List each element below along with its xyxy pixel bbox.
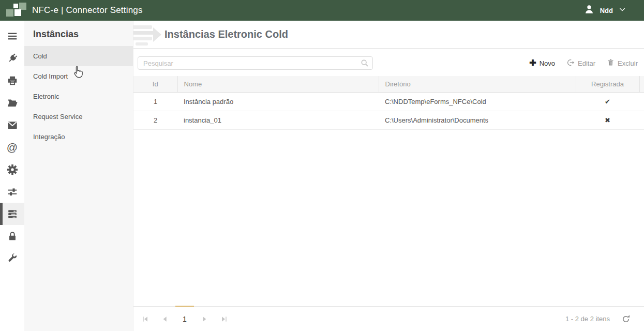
refresh-button[interactable] bbox=[621, 314, 631, 324]
column-header-nome[interactable]: Nome bbox=[177, 76, 379, 92]
rail-item-email-at[interactable]: @ bbox=[0, 136, 24, 158]
menu-icon bbox=[7, 31, 18, 42]
folder-open-icon bbox=[7, 97, 18, 109]
rail-item-menu[interactable] bbox=[0, 25, 24, 47]
sidebar: Instâncias Cold Cold Import Eletronic Re… bbox=[24, 21, 133, 331]
rail-item-parameters[interactable] bbox=[0, 180, 24, 203]
user-icon bbox=[583, 4, 595, 17]
novo-button[interactable]: ✚ Novo bbox=[529, 59, 555, 67]
column-header-diretorio[interactable]: Diretório bbox=[379, 76, 576, 92]
user-name: Ndd bbox=[600, 7, 613, 14]
icon-rail: @ bbox=[0, 21, 24, 331]
content-header: Instâncias Eletronic Cold bbox=[133, 21, 644, 49]
gear-icon bbox=[7, 164, 18, 175]
table-body: 1 Instância padrão C:\NDDTemp\eForms_NFC… bbox=[133, 92, 644, 129]
printer-icon bbox=[7, 75, 18, 86]
sidebar-item-cold-import[interactable]: Cold Import bbox=[24, 66, 133, 86]
prev-page-button[interactable] bbox=[155, 312, 175, 326]
column-header-registrada[interactable]: Registrada bbox=[576, 76, 639, 92]
cell-registrada-cross-icon: ✖ bbox=[576, 111, 639, 129]
cell-nome: instancia_01 bbox=[177, 111, 379, 129]
next-page-icon bbox=[200, 315, 208, 323]
rail-item-settings[interactable] bbox=[0, 158, 24, 180]
user-menu[interactable]: Ndd bbox=[583, 4, 626, 17]
sliders-icon bbox=[7, 186, 18, 198]
editar-button[interactable]: Editar bbox=[566, 58, 595, 68]
plus-icon: ✚ bbox=[529, 59, 536, 67]
sidebar-title: Instâncias bbox=[24, 21, 133, 46]
table-row[interactable]: 1 Instância padrão C:\NDDTemp\eForms_NFC… bbox=[133, 92, 644, 111]
page-title: Instâncias Eletronic Cold bbox=[164, 28, 288, 40]
excluir-button[interactable]: Excluir bbox=[607, 58, 638, 68]
sidebar-item-integração[interactable]: Integração bbox=[24, 127, 133, 147]
instances-icon bbox=[7, 208, 18, 220]
sidebar-item-label: Request Service bbox=[33, 113, 82, 121]
at-icon: @ bbox=[7, 142, 18, 153]
prev-page-icon bbox=[161, 315, 169, 323]
grid-header-row: Id Nome Diretório Registrada bbox=[133, 76, 644, 92]
sidebar-item-label: Integração bbox=[33, 133, 65, 141]
chevron-down-icon bbox=[618, 5, 626, 16]
instances-grid: Id Nome Diretório Registrada 1 Instância… bbox=[133, 76, 644, 130]
cell-diretorio: C:\Users\Administrator\Documents bbox=[379, 111, 576, 129]
rail-item-printer[interactable] bbox=[0, 69, 24, 92]
sidebar-item-label: Cold bbox=[33, 52, 47, 60]
document-flow-watermark-icon bbox=[133, 23, 159, 46]
rail-item-folders[interactable] bbox=[0, 92, 24, 114]
last-page-icon bbox=[220, 315, 228, 323]
edit-icon bbox=[566, 58, 575, 68]
rail-item-mail[interactable] bbox=[0, 114, 24, 136]
cell-nome: Instância padrão bbox=[177, 92, 379, 111]
search-input[interactable] bbox=[138, 56, 373, 70]
next-page-button[interactable] bbox=[194, 312, 214, 326]
rail-item-tools[interactable] bbox=[0, 247, 24, 269]
app-title: NFC-e | Connector Settings bbox=[32, 5, 143, 16]
mail-icon bbox=[7, 119, 18, 131]
first-page-icon bbox=[141, 315, 149, 323]
wrench-icon bbox=[7, 253, 18, 264]
topbar: NFC-e | Connector Settings Ndd bbox=[0, 0, 644, 21]
rail-item-connector[interactable] bbox=[0, 47, 24, 69]
trash-icon bbox=[607, 58, 615, 68]
last-page-button[interactable] bbox=[214, 312, 234, 326]
sidebar-item-request-service[interactable]: Request Service bbox=[24, 107, 133, 127]
refresh-icon bbox=[621, 314, 631, 324]
lock-icon bbox=[7, 231, 18, 242]
first-page-button[interactable] bbox=[136, 312, 155, 326]
cell-registrada-check-icon: ✔ bbox=[576, 92, 639, 111]
grid-empty-area bbox=[133, 130, 644, 307]
sidebar-items: Cold Cold Import Eletronic Request Servi… bbox=[24, 46, 133, 147]
cell-filler bbox=[639, 111, 644, 129]
app-logo-icon bbox=[5, 3, 23, 18]
sidebar-item-label: Eletronic bbox=[33, 93, 59, 100]
cell-id: 1 bbox=[133, 92, 177, 111]
current-page-accent bbox=[175, 306, 194, 307]
rail-item-instances[interactable] bbox=[0, 203, 24, 225]
pager-info: 1 - 2 de 2 itens bbox=[565, 315, 610, 323]
table-row[interactable]: 2 instancia_01 C:\Users\Administrator\Do… bbox=[133, 111, 644, 129]
cell-id: 2 bbox=[133, 111, 177, 129]
rail-item-security[interactable] bbox=[0, 225, 24, 247]
column-header-id[interactable]: Id bbox=[133, 76, 177, 92]
plug-icon bbox=[7, 53, 18, 64]
sidebar-item-eletronic[interactable]: Eletronic bbox=[24, 86, 133, 107]
toolbar: ✚ Novo Editar Excluir bbox=[133, 49, 644, 76]
cell-diretorio: C:\NDDTemp\eForms_NFCe\Cold bbox=[379, 92, 576, 111]
sidebar-item-label: Cold Import bbox=[33, 72, 68, 80]
search-icon bbox=[361, 59, 369, 67]
pager: 1 1 - 2 de 2 itens bbox=[133, 306, 644, 331]
main-content: Instâncias Eletronic Cold ✚ Novo Editar … bbox=[133, 21, 644, 331]
column-header-filler bbox=[639, 76, 644, 92]
cell-filler bbox=[639, 92, 644, 111]
sidebar-item-cold[interactable]: Cold bbox=[24, 46, 133, 66]
page-number-button[interactable]: 1 bbox=[175, 312, 194, 326]
